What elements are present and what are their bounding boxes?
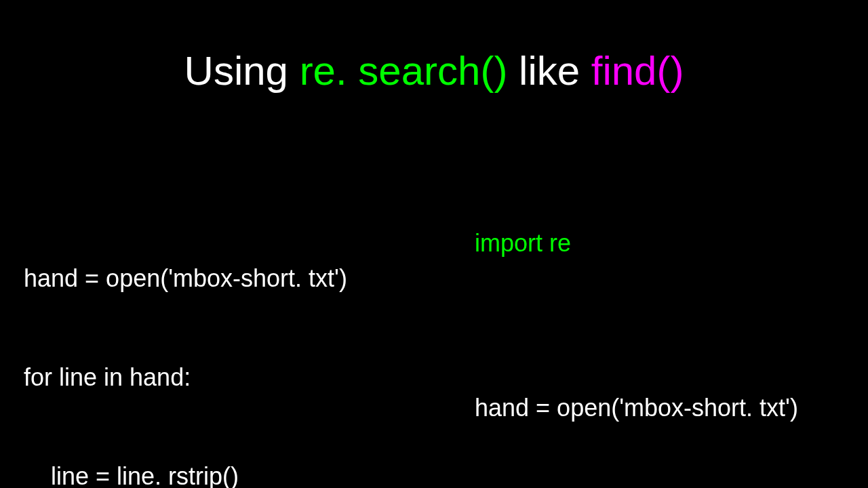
code-line-import: import re [475, 227, 798, 260]
code-line: hand = open('mbox-short. txt') [24, 262, 347, 296]
code-block-left: hand = open('mbox-short. txt') for line … [24, 197, 347, 488]
code-block-right: import re hand = open('mbox-short. txt')… [475, 161, 798, 488]
title-part-using: Using [184, 48, 300, 94]
slide-title: Using re. search() like find() [0, 47, 868, 94]
code-line: for line in hand: [24, 361, 347, 394]
title-part-research: re. search() [300, 48, 508, 94]
title-part-find: find() [591, 48, 684, 94]
code-line: line = line. rstrip() [24, 460, 347, 488]
title-part-like: like [507, 48, 591, 94]
code-line: hand = open('mbox-short. txt') [475, 392, 798, 425]
